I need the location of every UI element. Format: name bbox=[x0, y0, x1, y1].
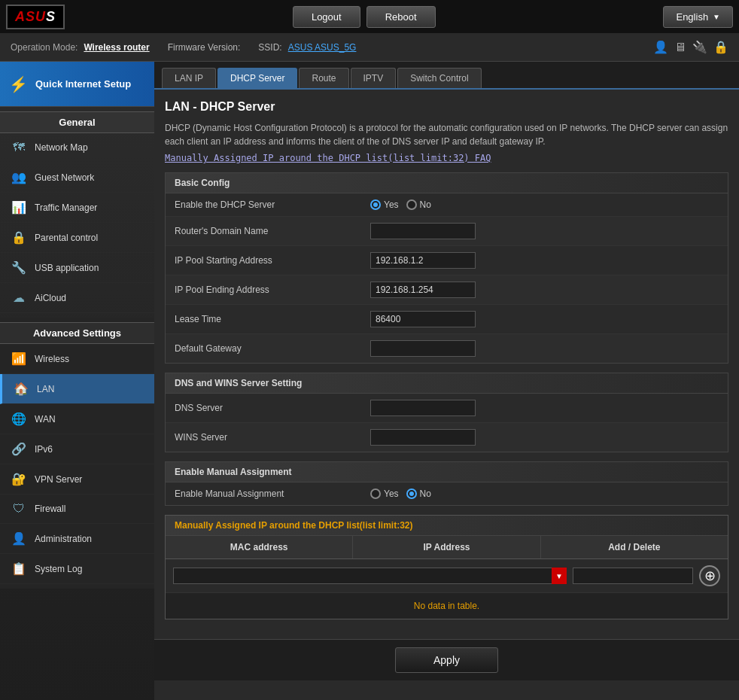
traffic-manager-icon: 📊 bbox=[11, 200, 27, 215]
manual-assignment-no-label: No bbox=[420, 488, 431, 499]
main-content: LAN IP DHCP Server Route IPTV Switch Con… bbox=[154, 62, 739, 700]
sidebar-item-vpn-server[interactable]: 🔐 VPN Server bbox=[0, 464, 154, 495]
sidebar-item-lan[interactable]: 🏠 LAN bbox=[0, 374, 154, 404]
domain-name-input[interactable] bbox=[370, 223, 476, 239]
sidebar-item-usb-application[interactable]: 🔧 USB application bbox=[0, 253, 154, 283]
enable-dhcp-no-option[interactable]: No bbox=[406, 199, 431, 210]
sidebar-item-network-map[interactable]: 🗺 Network Map bbox=[0, 133, 154, 163]
col-ip-header: IP Address bbox=[353, 536, 540, 558]
manual-assignment-yes-label: Yes bbox=[384, 488, 399, 499]
manual-assignment-radio-group: Yes No bbox=[370, 488, 431, 499]
usb-icon: 🔌 bbox=[692, 40, 707, 54]
manual-assignment-control: Yes No bbox=[370, 488, 719, 499]
tab-lan-ip[interactable]: LAN IP bbox=[162, 68, 216, 88]
manual-assignment-no-option[interactable]: No bbox=[406, 488, 431, 499]
status-bar: Operation Mode: Wireless router Firmware… bbox=[0, 33, 739, 62]
sidebar-item-wireless[interactable]: 📶 Wireless bbox=[0, 344, 154, 374]
sidebar: ⚡ Quick Internet Setup General 🗺 Network… bbox=[0, 62, 154, 700]
description-text: DHCP (Dynamic Host Configuration Protoco… bbox=[165, 121, 728, 148]
ip-pool-start-input[interactable] bbox=[370, 252, 476, 269]
sidebar-item-system-log[interactable]: 📋 System Log bbox=[0, 554, 154, 584]
enable-dhcp-no-radio[interactable] bbox=[406, 199, 417, 210]
content-area: LAN - DHCP Server DHCP (Dynamic Host Con… bbox=[154, 90, 739, 639]
operation-mode-value: Wireless router bbox=[84, 42, 149, 53]
sidebar-item-firewall[interactable]: 🛡 Firewall bbox=[0, 495, 154, 524]
wireless-icon: 📶 bbox=[11, 352, 27, 366]
wins-server-row: WINS Server bbox=[166, 423, 728, 452]
firewall-label: Firewall bbox=[35, 504, 65, 514]
domain-name-label: Router's Domain Name bbox=[175, 226, 370, 236]
firewall-icon: 🛡 bbox=[11, 502, 27, 516]
dhcp-list-link[interactable]: Manually Assigned IP around the DHCP lis… bbox=[165, 153, 728, 163]
manual-assignment-section: Enable Manual Assignment Enable Manual A… bbox=[165, 461, 728, 506]
ssid-values[interactable]: ASUS ASUS_5G bbox=[288, 42, 357, 53]
enable-dhcp-yes-option[interactable]: Yes bbox=[370, 199, 399, 210]
advanced-section: Advanced Settings 📶 Wireless 🏠 LAN 🌐 WAN… bbox=[0, 318, 154, 589]
tab-dhcp-server[interactable]: DHCP Server bbox=[217, 68, 297, 88]
sidebar-item-parental-control[interactable]: 🔒 Parental control bbox=[0, 223, 154, 253]
lock-icon: 🔒 bbox=[713, 40, 728, 54]
dns-wins-section: DNS and WINS Server Setting DNS Server W… bbox=[165, 373, 728, 452]
mac-address-dropdown[interactable] bbox=[173, 568, 567, 584]
add-button[interactable]: ⊕ bbox=[699, 565, 720, 586]
domain-name-control bbox=[370, 223, 719, 239]
aicloud-label: AiCloud bbox=[35, 293, 66, 303]
reboot-button[interactable]: Reboot bbox=[366, 6, 436, 28]
sidebar-item-ipv6[interactable]: 🔗 IPv6 bbox=[0, 434, 154, 464]
enable-dhcp-yes-radio[interactable] bbox=[370, 199, 381, 210]
sidebar-item-traffic-manager[interactable]: 📊 Traffic Manager bbox=[0, 193, 154, 223]
enable-dhcp-yes-label: Yes bbox=[384, 199, 399, 210]
table-input-row: ▼ ⊕ bbox=[166, 559, 728, 593]
lan-label: LAN bbox=[37, 384, 54, 394]
ip-pool-start-label: IP Pool Starting Address bbox=[175, 255, 370, 266]
dns-server-control bbox=[370, 400, 719, 416]
basic-config-section: Basic Config Enable the DHCP Server Yes … bbox=[165, 172, 728, 364]
logout-button[interactable]: Logout bbox=[293, 6, 360, 28]
manual-assignment-no-radio[interactable] bbox=[406, 488, 417, 499]
lease-time-input[interactable] bbox=[370, 311, 476, 327]
sidebar-item-qis[interactable]: ⚡ Quick Internet Setup bbox=[0, 62, 154, 107]
asus-logo: ASUS bbox=[6, 5, 65, 29]
manual-assignment-yes-radio[interactable] bbox=[370, 488, 381, 499]
language-selector[interactable]: English bbox=[663, 6, 733, 28]
lease-time-control bbox=[370, 311, 719, 327]
table-column-headers: MAC address IP Address Add / Delete bbox=[166, 536, 728, 559]
manual-table-section: Manually Assigned IP around the DHCP lis… bbox=[165, 515, 728, 619]
top-bar: ASUS Logout Reboot English bbox=[0, 0, 739, 33]
default-gateway-row: Default Gateway bbox=[166, 334, 728, 363]
ssid-label: SSID: bbox=[258, 42, 281, 53]
mac-dropdown-wrap: ▼ bbox=[173, 568, 567, 584]
manual-assignment-yes-option[interactable]: Yes bbox=[370, 488, 399, 499]
qis-label: Quick Internet Setup bbox=[35, 78, 131, 90]
sidebar-item-administration[interactable]: 👤 Administration bbox=[0, 524, 154, 554]
apply-button[interactable]: Apply bbox=[395, 647, 498, 673]
tab-switch-control[interactable]: Switch Control bbox=[397, 68, 481, 88]
ip-address-input[interactable] bbox=[573, 568, 693, 584]
administration-icon: 👤 bbox=[11, 531, 27, 546]
tab-route[interactable]: Route bbox=[299, 68, 348, 88]
sidebar-item-guest-network[interactable]: 👥 Guest Network bbox=[0, 163, 154, 193]
guest-network-label: Guest Network bbox=[35, 172, 94, 183]
wireless-label: Wireless bbox=[35, 354, 69, 364]
enable-dhcp-row: Enable the DHCP Server Yes No bbox=[166, 193, 728, 217]
lease-time-row: Lease Time bbox=[166, 305, 728, 334]
sidebar-item-aicloud[interactable]: ☁ AiCloud bbox=[0, 283, 154, 313]
default-gateway-input[interactable] bbox=[370, 340, 476, 357]
dns-server-input[interactable] bbox=[370, 400, 476, 416]
operation-mode-label: Operation Mode: bbox=[11, 42, 78, 53]
administration-label: Administration bbox=[35, 534, 92, 544]
default-gateway-label: Default Gateway bbox=[175, 343, 370, 354]
ip-pool-end-input[interactable] bbox=[370, 282, 476, 298]
sidebar-item-wan[interactable]: 🌐 WAN bbox=[0, 404, 154, 434]
lease-time-label: Lease Time bbox=[175, 314, 370, 324]
enable-dhcp-label: Enable the DHCP Server bbox=[175, 199, 370, 210]
tab-iptv[interactable]: IPTV bbox=[351, 68, 397, 88]
page-title: LAN - DHCP Server bbox=[165, 100, 728, 114]
aicloud-icon: ☁ bbox=[11, 291, 27, 305]
no-data-message: No data in table. bbox=[166, 593, 728, 619]
wins-server-label: WINS Server bbox=[175, 432, 370, 443]
wins-server-input[interactable] bbox=[370, 429, 476, 446]
ip-pool-end-label: IP Pool Ending Address bbox=[175, 285, 370, 295]
dns-server-label: DNS Server bbox=[175, 403, 370, 413]
col-mac-header: MAC address bbox=[166, 536, 353, 558]
